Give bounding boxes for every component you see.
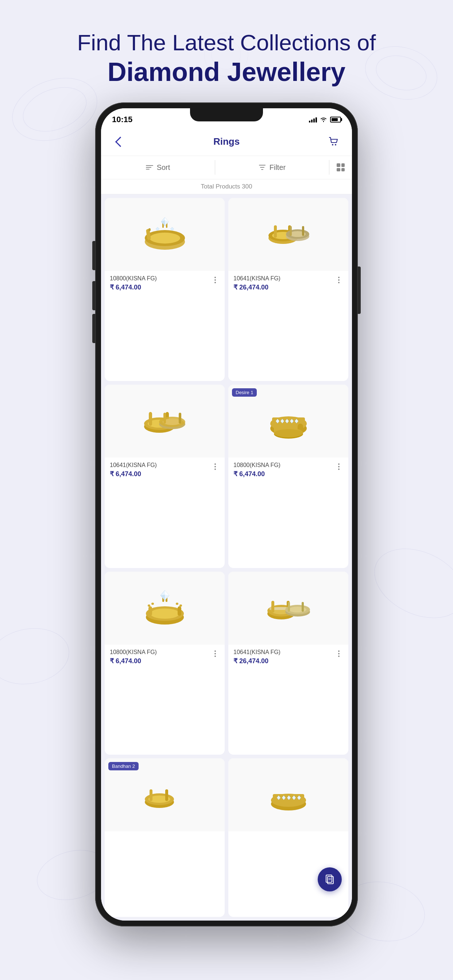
product-image (228, 198, 348, 271)
svg-point-5 (363, 535, 453, 632)
page-header: Find The Latest Collections of Diamond J… (55, 0, 397, 102)
notch (190, 108, 263, 121)
svg-rect-63 (148, 606, 152, 616)
ring-diamond-band-svg (263, 394, 314, 449)
product-card[interactable] (228, 758, 348, 917)
svg-point-11 (335, 144, 336, 145)
product-price: ₹ 26,474.00 (233, 283, 335, 291)
sort-icon (146, 165, 153, 170)
filter-label: Filter (270, 163, 286, 172)
product-details: 10641(KISNA FG) ₹ 6,474.00 (110, 462, 211, 478)
documents-icon (324, 873, 335, 885)
product-price: ₹ 6,474.00 (110, 657, 211, 665)
back-button[interactable] (111, 134, 127, 150)
product-card[interactable]: Bandhan 2 (105, 758, 225, 917)
status-bar: 10:15 (101, 108, 352, 128)
ring-solitaire-svg (137, 207, 192, 262)
svg-point-10 (332, 144, 333, 145)
phone-screen: 10:15 (101, 108, 352, 921)
product-name: 10641(KISNA FG) (233, 649, 335, 655)
svg-point-4 (0, 622, 73, 690)
product-name: 10800(KISNA FG) (110, 275, 211, 282)
product-badge: Desire 1 (232, 388, 257, 397)
header-line2: Diamond Jewellery (77, 56, 376, 88)
svg-rect-79 (288, 602, 290, 612)
product-name: 10641(KISNA FG) (110, 462, 211, 468)
svg-rect-64 (178, 606, 181, 616)
sort-label: Sort (157, 163, 170, 172)
svg-point-14 (150, 232, 180, 243)
product-more-button[interactable] (211, 275, 220, 283)
product-image (105, 198, 225, 271)
product-price: ₹ 6,474.00 (110, 470, 211, 478)
svg-rect-37 (149, 412, 152, 426)
sort-button[interactable]: Sort (101, 156, 215, 179)
product-details: 10800(KISNA FG) ₹ 6,474.00 (110, 275, 211, 291)
svg-rect-84 (150, 789, 152, 801)
svg-rect-74 (271, 601, 274, 612)
svg-point-55 (274, 428, 303, 438)
product-card[interactable]: 10641(KISNA FG) ₹ 26,474.00 (228, 572, 348, 755)
product-image (228, 758, 348, 831)
cart-button[interactable] (326, 134, 342, 150)
total-products: Total Products 300 (101, 180, 352, 194)
products-grid[interactable]: 10800(KISNA FG) ₹ 6,474.00 (101, 194, 352, 921)
ring-couple-gold-svg (136, 392, 194, 450)
product-details: 10800(KISNA FG) ₹ 6,474.00 (233, 462, 335, 478)
chevron-left-icon (115, 137, 126, 147)
product-image (228, 572, 348, 644)
product-info: 10641(KISNA FG) ₹ 26,474.00 (228, 271, 348, 296)
ring-couple-svg (259, 207, 318, 262)
product-more-button[interactable] (335, 649, 343, 657)
svg-rect-33 (302, 226, 304, 236)
signal-icon (309, 117, 317, 123)
battery-icon (330, 117, 341, 123)
product-card[interactable]: Desire 1 (228, 385, 348, 568)
product-badge: Bandhan 2 (108, 762, 139, 770)
product-name: 10641(KISNA FG) (233, 275, 335, 282)
product-name: 10800(KISNA FG) (233, 462, 335, 468)
filter-icon (258, 164, 266, 171)
wifi-icon (320, 117, 327, 123)
svg-rect-80 (301, 602, 304, 612)
svg-point-58 (150, 608, 179, 619)
product-image: Desire 1 (228, 385, 348, 458)
svg-rect-16 (148, 228, 151, 231)
status-icons (309, 117, 341, 123)
grid-view-button[interactable] (329, 156, 352, 179)
product-info: 10641(KISNA FG) ₹ 6,474.00 (105, 458, 225, 482)
filter-button[interactable]: Filter (215, 156, 329, 179)
svg-rect-62 (179, 605, 182, 607)
product-info: 10800(KISNA FG) ₹ 6,474.00 (228, 458, 348, 482)
ring-partial-svg (137, 773, 192, 817)
phone-frame: 10:15 (95, 102, 358, 926)
product-image (105, 385, 225, 458)
svg-rect-59 (148, 605, 150, 607)
cart-icon (329, 137, 339, 147)
product-more-button[interactable] (211, 649, 220, 657)
svg-rect-60 (152, 603, 154, 605)
filter-bar: Sort Filter (101, 156, 352, 180)
product-card[interactable]: 10641(KISNA FG) ₹ 6,474.00 (105, 385, 225, 568)
svg-rect-85 (165, 789, 168, 801)
product-card[interactable]: 10641(KISNA FG) ₹ 26,474.00 (228, 198, 348, 381)
product-card[interactable]: 10800(KISNA FG) ₹ 6,474.00 (105, 198, 225, 381)
product-more-button[interactable] (335, 275, 343, 283)
product-info: 10800(KISNA FG) ₹ 6,474.00 (105, 271, 225, 296)
svg-rect-61 (176, 603, 179, 605)
product-more-button[interactable] (335, 462, 343, 470)
svg-rect-43 (179, 413, 181, 424)
product-details: 10641(KISNA FG) ₹ 26,474.00 (233, 275, 335, 291)
product-more-button[interactable] (211, 462, 220, 470)
top-nav: Rings (101, 128, 352, 156)
product-details: 10641(KISNA FG) ₹ 26,474.00 (233, 649, 335, 665)
product-price: ₹ 6,474.00 (233, 470, 335, 478)
grid-icon (337, 163, 345, 171)
fab-documents-button[interactable] (318, 867, 342, 891)
svg-marker-23 (170, 227, 174, 231)
ring-diamond-partial-svg (263, 773, 314, 817)
status-time: 10:15 (112, 115, 132, 124)
svg-rect-32 (290, 226, 292, 236)
product-name: 10800(KISNA FG) (110, 649, 211, 655)
product-card[interactable]: 10800(KISNA FG) ₹ 6,474.00 (105, 572, 225, 755)
